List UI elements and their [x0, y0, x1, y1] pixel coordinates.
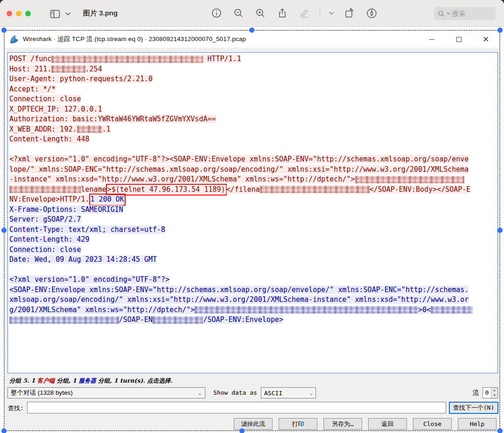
stream-text-client: HTTP/1.1	[203, 55, 241, 63]
document-title: 图片 3.png	[83, 9, 118, 18]
conversation-select-value: 整个对话 (1328 bytes)	[11, 389, 73, 397]
minimize-traffic-light[interactable]	[16, 11, 21, 16]
stream-text-client: <?xml version="1.0" encoding="UTF-8"?><S…	[9, 155, 469, 163]
toolbar-search-field[interactable]	[434, 7, 496, 20]
hint-part: 分组, 1 turn(s). 点击选择.	[96, 377, 173, 384]
redacted-segment	[9, 316, 119, 324]
spinner-down-icon[interactable]: ▼	[491, 393, 497, 398]
redacted-segment	[195, 306, 418, 314]
conversation-select[interactable]: 整个对话 (1328 bytes) ⌄	[7, 387, 205, 398]
stream-text-client: </filena	[226, 185, 260, 194]
redacted-segment	[77, 126, 102, 133]
find-label: 查找:	[8, 404, 24, 412]
stream-text-client: Host: 211.	[9, 65, 51, 73]
search-chevron-icon	[447, 12, 450, 15]
selection-handle[interactable]	[1, 228, 7, 233]
redacted-segment	[9, 186, 81, 193]
stream-line: Connection: close	[9, 94, 497, 105]
stream-text-client: Connection: close	[9, 95, 81, 103]
markup-chevron-icon[interactable]	[329, 12, 334, 15]
stream-text-client: Accept: */*	[9, 85, 56, 93]
stream-text-client: </SOAP-ENV:Body></SOAP-E	[370, 185, 471, 194]
maximize-icon	[456, 37, 462, 42]
stream-text-client: >$(telnet 47.96.173.54 1189)	[107, 185, 225, 194]
toolbar-divider	[320, 8, 320, 18]
stream-text-client: Authorization: basic:YWRtaW46YWRtaW5fZGV…	[9, 115, 216, 123]
help-button[interactable]: Help	[458, 418, 497, 430]
stream-line: lename>$(telnet 47.96.173.54 1189)</file…	[9, 185, 497, 195]
stream-number-spinner[interactable]: 0 ▲ ▼	[483, 387, 498, 398]
selection-marquee[interactable]: Wireshark · 追踪 TCP 流 (tcp.stream eq 0) ·…	[4, 30, 500, 431]
window-maximize-button[interactable]	[445, 31, 472, 48]
encoding-select-value: ASCII	[264, 390, 282, 397]
wireshark-logo-icon	[9, 35, 19, 44]
stream-text-server: >0<	[418, 306, 431, 314]
window-minimize-button[interactable]	[418, 31, 445, 48]
stream-text-client: POST /func	[9, 55, 51, 63]
selection-handle[interactable]	[1, 428, 7, 433]
stream-text-server: Connection: close	[9, 245, 81, 254]
hint-part: 客户端	[37, 377, 55, 384]
stream-number-label: 流	[473, 389, 479, 397]
stream-line	[9, 265, 497, 275]
stream-number-value: 0	[483, 388, 491, 398]
spinner-up-icon[interactable]: ▲	[491, 388, 497, 393]
stream-line: Content-Type: text/xml; charset=utf-8	[9, 225, 497, 235]
encoding-select[interactable]: ASCII ⌄	[261, 387, 316, 398]
sidebar-toggle-icon[interactable]	[49, 7, 62, 21]
stream-text-client: HTTP/1.	[60, 195, 89, 203]
stream-text-server: g/2001/XMLSchema" xmlns:ws="http://dptec…	[9, 306, 195, 314]
stream-text-server: <SOAP-ENV:Envelope xmlns:SOAP-ENV="http:…	[9, 286, 469, 294]
stream-line: lope/" xmlns:SOAP-ENC="http://schemas.xm…	[9, 165, 497, 175]
zoom-out-icon[interactable]	[232, 7, 245, 20]
stream-line: NV:Envelope>HTTP/1.1 200 OK	[9, 195, 497, 205]
redacted-segment	[51, 65, 85, 73]
chevron-down-icon: ⌄	[198, 390, 202, 396]
stream-text-client: X_WEB_ADDR: 192.	[9, 125, 77, 133]
selection-handle[interactable]	[497, 28, 503, 33]
stream-text-server: 1 200 OK	[91, 195, 124, 203]
close-button[interactable]: Close	[413, 418, 452, 430]
stream-text-client: .254	[85, 65, 102, 73]
stream-line: X_DPTECH_IP: 127.0.0.1	[9, 105, 497, 115]
stream-line: POST /func HTTP/1.1	[9, 54, 497, 64]
selection-handle[interactable]	[239, 428, 245, 433]
stream-line: X_WEB_ADDR: 192..1	[9, 125, 497, 135]
window-close-button[interactable]: ✕	[472, 31, 499, 48]
info-icon[interactable]	[210, 7, 223, 20]
selection-handle[interactable]	[1, 28, 7, 33]
hint-part: 分组, 1	[55, 377, 78, 384]
selection-handle[interactable]	[249, 28, 254, 33]
stream-line: Connection: close	[9, 245, 497, 255]
print-button[interactable]: 打印	[279, 418, 317, 430]
stream-text-client: X_DPTECH_IP: 127.0.0.1	[9, 105, 102, 113]
selection-handle[interactable]	[497, 228, 503, 233]
find-next-button[interactable]: 查找下一个(N)	[449, 402, 498, 414]
close-traffic-light[interactable]	[7, 11, 12, 16]
rotate-icon[interactable]	[343, 7, 356, 20]
stream-line: xmlsoap.org/soap/encoding/" xmlns:xsi="h…	[9, 295, 497, 305]
stream-line: <?xml version="1.0" encoding="UTF-8"?>	[9, 275, 497, 285]
minimize-icon	[429, 39, 434, 40]
selection-handle[interactable]	[497, 428, 503, 433]
stream-text-server: xmlsoap.org/soap/encoding/" xmlns:xsi="h…	[9, 295, 469, 304]
back-button[interactable]: 返回	[368, 418, 407, 430]
stream-text-server: <?xml version="1.0" encoding="UTF-8"?>	[9, 275, 169, 284]
stream-line: <SOAP-ENV:Envelope xmlns:SOAP-ENV="http:…	[9, 285, 497, 295]
save-as-button[interactable]: 另存为…	[323, 418, 362, 430]
sidebar-chevron-icon[interactable]	[65, 12, 71, 16]
filter-out-stream-button[interactable]: 滤掉此流	[234, 418, 273, 430]
tcp-stream-text[interactable]: POST /func HTTP/1.1Host: 211..254User-Ag…	[7, 52, 498, 373]
search-input[interactable]	[452, 10, 490, 17]
share-icon[interactable]	[276, 7, 289, 20]
redacted-segment	[51, 56, 203, 63]
markup-pencil-icon[interactable]	[298, 7, 311, 20]
zoom-traffic-light[interactable]	[25, 11, 31, 16]
find-input[interactable]	[27, 402, 446, 413]
chevron-down-icon: ⌄	[309, 390, 313, 396]
wireshark-window: Wireshark · 追踪 TCP 流 (tcp.stream eq 0) ·…	[4, 30, 500, 431]
show-data-as-label: Show data as	[213, 389, 257, 396]
search-icon	[438, 10, 445, 17]
markup-pen-icon[interactable]	[365, 7, 378, 20]
zoom-in-icon[interactable]	[254, 7, 267, 20]
